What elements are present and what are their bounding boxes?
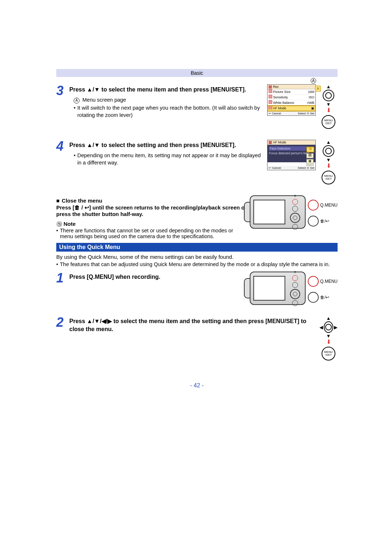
- menu-row: SensitivityISO: [268, 95, 315, 100]
- step-number: 2: [56, 316, 69, 329]
- step-number: 1: [56, 272, 69, 285]
- menu-set-button-icon: MENU /SET: [322, 347, 335, 360]
- step-body: Press ▲/▼ to select the menu item and th…: [69, 84, 265, 119]
- step-number: 3: [56, 84, 69, 97]
- note-text: There are functions that cannot be set o…: [56, 228, 247, 239]
- step4-figures: AF Mode Face Detection Focus detected pe…: [267, 140, 338, 184]
- dpad-ring-icon: [324, 321, 333, 333]
- dpad-four-way: ▲ ◀ ▶ ▼ ⬇ MENU /SET: [319, 316, 338, 360]
- arrow-left-icon: ◀: [319, 325, 323, 330]
- callout-marker-a: A: [74, 98, 79, 103]
- af-icon: [269, 141, 272, 144]
- dpad-up-down: ▲ ▼ ⬇ MENU /SET: [319, 84, 338, 129]
- trash-back-label: 🗑/↩: [308, 216, 338, 227]
- qm-step-2: 2 Press ▲/▼/◀/▶ to select the menu item …: [56, 316, 338, 360]
- rec-menu-screenshot: A 1/ Rec Picture Size16M SensitivityISO …: [267, 84, 316, 116]
- menu-footer: ↩ Cancel Select ⊙ Set: [268, 166, 315, 170]
- menu-set-button-icon: MENU /SET: [322, 115, 335, 129]
- close-menu-figure: ⠿ Q.MENU 🗑/↩: [250, 195, 338, 229]
- qmenu-button-icon: [292, 199, 298, 205]
- camera-back-illustration: ⠿: [250, 195, 306, 229]
- qm-step1-figure: ⠿ Q.MENU 🗑/↩: [250, 272, 338, 305]
- page-tab: 1/: [315, 86, 321, 91]
- select-arrow-icon: ⬇: [319, 338, 338, 345]
- step3-figures: A 1/ Rec Picture Size16M SensitivityISO …: [267, 84, 338, 129]
- trash-back-icon: 🗑 / ↩: [74, 204, 89, 211]
- quick-menu-bullet: The features that can be adjusted using …: [56, 261, 338, 267]
- select-arrow-icon: ⬇: [319, 162, 338, 169]
- button-labels: Q.MENU 🗑/↩: [308, 200, 338, 227]
- step-title: Press ▲/▼/◀/▶ to select the menu item an…: [69, 317, 317, 334]
- qmenu-circle-icon: [308, 200, 319, 211]
- step-body: Press [Q.MENU] when recording.: [69, 272, 250, 281]
- rec-icon: [269, 85, 272, 89]
- note-icon: ✎: [56, 221, 62, 227]
- arrow-down-icon: ▼: [319, 102, 338, 107]
- camera-screen-icon: [253, 276, 285, 301]
- step-title: Press ▲/▼ to select the menu item and th…: [69, 86, 265, 94]
- menu-titlebar: AF Mode: [268, 140, 315, 145]
- camera-screen-icon: [253, 200, 285, 224]
- step-sub: Depending on the menu item, its setting …: [74, 152, 265, 166]
- dpad-up-down: ▲ ▼ ⬇ MENU /SET: [319, 140, 338, 184]
- qmenu-label: Q.MENU: [308, 276, 338, 287]
- arrow-down-icon: ▼: [319, 334, 338, 338]
- quick-menu-bar: Using the Quick Menu: [56, 243, 338, 252]
- af-option: 😊: [306, 147, 314, 152]
- camera-controls: ⠿: [285, 193, 305, 231]
- trash-back-label: 🗑/↩: [308, 292, 338, 303]
- arrow-right-icon: ▶: [334, 325, 338, 330]
- step-3: 3 Press ▲/▼ to select the menu item and …: [56, 84, 338, 129]
- qm-step2-figure: ▲ ◀ ▶ ▼ ⬇ MENU /SET: [319, 316, 338, 360]
- button-labels: Q.MENU 🗑/↩: [308, 276, 338, 303]
- menu-screen-page-label: A Menu screen page: [74, 97, 265, 104]
- select-arrow-icon: ⬇: [319, 107, 338, 114]
- arrow-up-icon: ▲: [319, 140, 338, 144]
- trash-circle-icon: [308, 292, 319, 303]
- qmenu-button-icon: [292, 275, 298, 281]
- camera-grip-icon: [244, 202, 250, 222]
- step-body: Press ▲/▼/◀/▶ to select the menu item an…: [69, 316, 317, 334]
- step-title: Press ▲/▼ to select the setting and then…: [69, 141, 265, 149]
- trash-circle-icon: [308, 216, 319, 227]
- quick-menu-intro: By using the Quick Menu, some of the men…: [56, 254, 338, 260]
- close-menu-block: Close the menu Press [🗑 / ↩] until the s…: [56, 195, 338, 239]
- dpad-icon: [290, 213, 300, 223]
- step-sub: A Menu screen page It will switch to the…: [74, 97, 265, 119]
- af-option: ▦: [306, 159, 314, 164]
- qmenu-label: Q.MENU: [308, 200, 338, 211]
- page: Basic 3 Press ▲/▼ to select the menu ite…: [0, 0, 392, 418]
- menu-row: Picture Size16M: [268, 89, 315, 95]
- menu-titlebar: Rec: [268, 85, 315, 89]
- camera-controls: ⠿: [285, 269, 305, 307]
- speaker-icon: ⠿: [294, 195, 297, 198]
- arrow-up-icon: ▲: [319, 316, 338, 321]
- close-menu-instruction: Press [🗑 / ↩] until the screen returns t…: [56, 204, 247, 217]
- menu-footer: ↩ Cancel Select ⊙ Set: [268, 111, 315, 115]
- menu-row: White BalanceAWB: [268, 100, 315, 106]
- camera-grip-icon: [244, 278, 250, 298]
- step-4: 4 Press ▲/▼ to select the setting and th…: [56, 140, 338, 184]
- menu-row-selected: AF Mode▣: [268, 106, 315, 111]
- menu-set-button-icon: MENU /SET: [322, 171, 335, 184]
- page-number: - 42 -: [56, 382, 338, 389]
- trash-button-icon: [292, 300, 298, 306]
- section-header: Basic: [56, 69, 338, 77]
- camera-back-illustration: ⠿: [250, 272, 306, 305]
- small-button-icon: [292, 206, 298, 212]
- arrow-up-icon: ▲: [319, 84, 338, 89]
- step-bullet: It will switch to the next page when you…: [74, 105, 265, 119]
- dpad-ring-icon: [323, 145, 334, 157]
- close-menu-heading: Close the menu: [56, 197, 247, 204]
- af-option: 🞖: [306, 153, 314, 158]
- dpad-ring-icon: [323, 90, 334, 101]
- af-mode-screenshot: AF Mode Face Detection Focus detected pe…: [267, 140, 316, 170]
- callout-a-icon: A: [311, 78, 316, 83]
- qmenu-circle-icon: [308, 276, 319, 287]
- step-bullet: Depending on the menu item, its setting …: [74, 152, 265, 166]
- step-number: 4: [56, 140, 69, 153]
- arrow-down-icon: ▼: [319, 158, 338, 162]
- step-title: Press [Q.MENU] when recording.: [69, 273, 250, 281]
- step-body: Press ▲/▼ to select the setting and then…: [69, 140, 265, 167]
- speaker-icon: ⠿: [294, 271, 297, 274]
